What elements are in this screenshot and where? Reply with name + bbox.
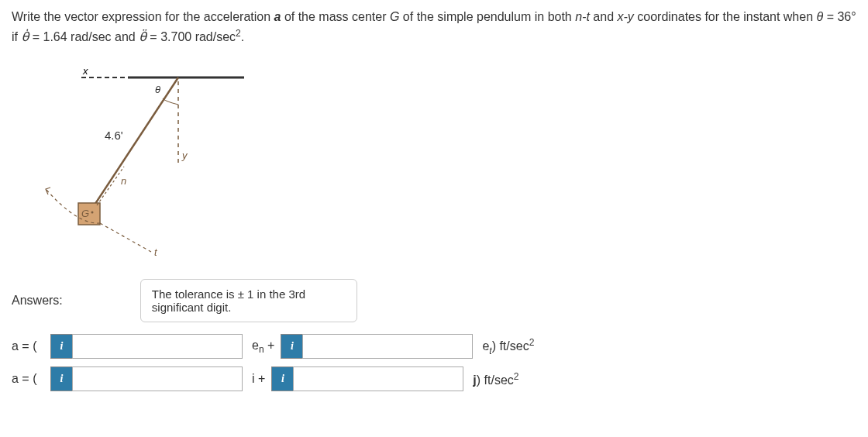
answer-row-xy: a = ( i i + i j) ft/sec2 bbox=[12, 366, 856, 391]
t-label: t bbox=[154, 246, 158, 258]
x-label: x bbox=[82, 65, 88, 77]
tolerance-note: The tolerance is ± 1 in the 3rd signific… bbox=[140, 279, 357, 322]
row1-connector: en + bbox=[252, 339, 274, 355]
svg-line-3 bbox=[89, 77, 178, 213]
row2-unit: j) ft/sec2 bbox=[473, 371, 518, 387]
question-text: Write the vector expression for the acce… bbox=[12, 8, 856, 46]
svg-line-6 bbox=[97, 167, 124, 205]
info-icon: i bbox=[281, 334, 302, 359]
g-label: G bbox=[81, 208, 89, 219]
pendulum-diagram: x y θ 4.6' G n t bbox=[27, 62, 244, 263]
info-icon: i bbox=[50, 334, 72, 359]
answers-label: Answers: bbox=[12, 294, 63, 308]
answer-row-nt: a = ( i en + i et) ft/sec2 bbox=[12, 334, 856, 359]
svg-line-7 bbox=[100, 223, 151, 252]
info-icon: i bbox=[271, 366, 293, 391]
en-input[interactable] bbox=[72, 334, 243, 359]
length-label: 4.6' bbox=[105, 129, 123, 142]
row1-prefix: a = ( bbox=[12, 339, 50, 353]
svg-point-5 bbox=[91, 212, 94, 214]
n-label: n bbox=[121, 175, 126, 187]
j-input[interactable] bbox=[293, 366, 463, 391]
row2-prefix: a = ( bbox=[12, 372, 50, 386]
et-input[interactable] bbox=[302, 334, 473, 359]
theta-label: θ bbox=[155, 84, 160, 95]
y-label: y bbox=[181, 150, 188, 161]
info-icon: i bbox=[50, 366, 72, 391]
row2-connector: i + bbox=[252, 372, 265, 386]
i-input[interactable] bbox=[72, 366, 243, 391]
row1-unit: et) ft/sec2 bbox=[482, 337, 534, 356]
